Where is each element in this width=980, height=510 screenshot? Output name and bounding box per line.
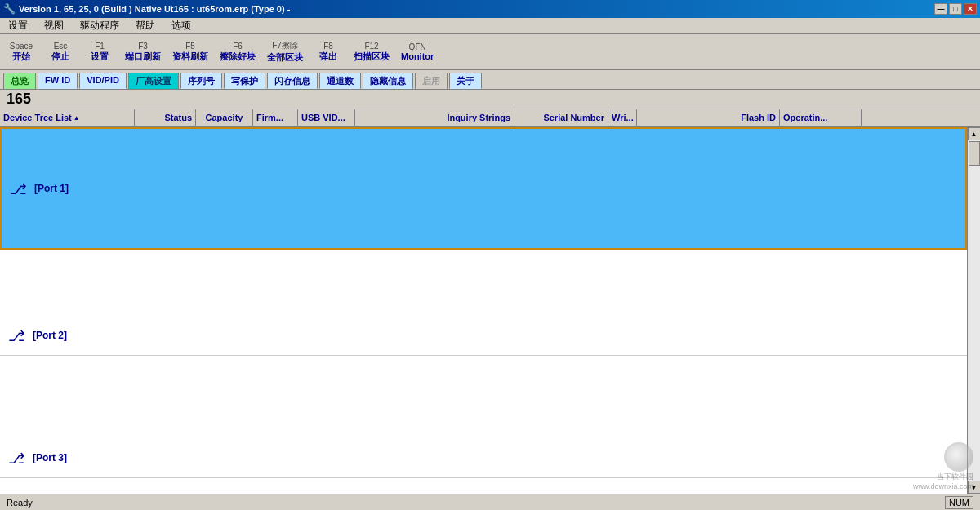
maximize-button[interactable]: □: [949, 3, 962, 15]
port1-content: [Port 1]: [34, 129, 965, 248]
toolbar-settings[interactable]: F1 设置: [82, 37, 118, 68]
svg-text:⎇: ⎇: [10, 181, 27, 197]
app-icon: 🔧: [3, 3, 16, 15]
sort-arrow-icon: ▲: [74, 114, 80, 122]
port2-content: [Port 2]: [33, 315, 967, 355]
col-header-device[interactable]: Device Tree List ▲: [0, 109, 135, 126]
toolbar-scan[interactable]: F12 扫描区块: [350, 37, 394, 68]
scroll-area: ⎇ [Port 1] ⎇ [Port 2]: [0, 127, 980, 494]
port1-usb-icon: ⎇: [2, 179, 34, 198]
scrollbar-thumb[interactable]: [969, 141, 980, 166]
tab-hidden[interactable]: 隐藏信息: [363, 73, 413, 89]
tab-factory[interactable]: 厂高设置: [128, 73, 179, 89]
col-header-inquiry[interactable]: Inquiry Strings: [355, 109, 514, 126]
tab-overview[interactable]: 总览: [3, 73, 36, 89]
status-text: Ready: [7, 498, 33, 508]
port-row-2[interactable]: ⎇ [Port 2]: [0, 315, 967, 356]
bottom-spacer: [0, 478, 967, 494]
port-row-1[interactable]: ⎇ [Port 1]: [0, 127, 967, 250]
device-list[interactable]: ⎇ [Port 1] ⎇ [Port 2]: [0, 127, 967, 494]
vertical-scrollbar[interactable]: ▲ ▼: [967, 127, 980, 494]
col-header-firm[interactable]: Firm...: [253, 109, 298, 126]
toolbar-eject[interactable]: F8 弹出: [310, 37, 346, 68]
tab-serial[interactable]: 序列号: [180, 73, 222, 89]
port2-label: [Port 2]: [33, 330, 67, 341]
minimize-button[interactable]: —: [934, 3, 947, 15]
toolbar-port-refresh[interactable]: F3 端口刷新: [121, 37, 165, 68]
tab-protect[interactable]: 写保护: [224, 73, 265, 89]
port3-usb-icon: ⎇: [0, 448, 33, 468]
port3-label: [Port 3]: [33, 452, 67, 463]
title-bar-controls: — □ ✕: [934, 3, 977, 15]
counter-bar: 165: [0, 90, 980, 109]
tab-enable[interactable]: 启用: [415, 73, 448, 89]
toolbar-erase-all[interactable]: F7擦除 全部区块: [263, 37, 307, 68]
toolbar-qfn[interactable]: QFN Monitor: [397, 37, 438, 68]
col-header-status[interactable]: Status: [135, 109, 196, 126]
num-indicator: NUM: [945, 496, 973, 509]
col-header-usbvid[interactable]: USB VID...: [298, 109, 355, 126]
col-header-capacity[interactable]: Capacity: [196, 109, 253, 126]
port-2-spacer: [0, 356, 967, 437]
menu-settings[interactable]: 设置: [3, 18, 33, 33]
scrollbar-track[interactable]: [968, 140, 980, 481]
toolbar-stop[interactable]: Esc 停止: [42, 37, 78, 68]
col-header-flashid[interactable]: Flash ID: [637, 109, 780, 126]
title-bar: 🔧 Version 1, 65, 25, 0 (Build ) Native U…: [0, 0, 980, 18]
menu-options[interactable]: 选项: [167, 18, 196, 33]
close-button[interactable]: ✕: [964, 3, 977, 15]
toolbar-data-refresh[interactable]: F5 资料刷新: [168, 37, 212, 68]
status-bar: Ready NUM: [0, 494, 980, 510]
menu-driver[interactable]: 驱动程序: [75, 18, 124, 33]
column-headers: Device Tree List ▲ Status Capacity Firm.…: [0, 109, 980, 127]
app-title: Version 1, 65, 25, 0 (Build ) Native Ut1…: [19, 4, 290, 14]
tab-fwid[interactable]: FW ID: [38, 73, 78, 89]
port2-usb-icon: ⎇: [0, 326, 33, 345]
col-header-operat[interactable]: Operatin...: [780, 109, 862, 126]
title-bar-title: 🔧 Version 1, 65, 25, 0 (Build ) Native U…: [3, 3, 290, 15]
port3-content: [Port 3]: [33, 437, 967, 477]
tab-channels[interactable]: 通道数: [319, 73, 361, 89]
counter-value: 165: [7, 91, 31, 108]
watermark: 当下软件园 www.downxia.com: [913, 442, 973, 490]
col-header-serial[interactable]: Serial Number: [514, 109, 608, 126]
tab-about[interactable]: 关于: [449, 73, 482, 89]
col-header-wri[interactable]: Wri...: [608, 109, 637, 126]
status-right: NUM: [945, 496, 973, 509]
watermark-logo: [944, 442, 973, 472]
tab-flash-info[interactable]: 闪存信息: [267, 73, 318, 89]
port1-label: [Port 1]: [34, 183, 69, 194]
menu-help[interactable]: 帮助: [131, 18, 160, 33]
port-1-spacer: [0, 250, 967, 315]
port-row-3[interactable]: ⎇ [Port 3]: [0, 437, 967, 478]
svg-text:⎇: ⎇: [8, 450, 25, 467]
toolbar-erase-good[interactable]: F6 擦除好块: [216, 37, 260, 68]
svg-text:⎇: ⎇: [8, 328, 25, 344]
tab-strip: 总览 FW ID VID/PID 厂高设置 序列号 写保护 闪存信息 通道数 隐…: [0, 70, 980, 90]
toolbar: Space 开始 Esc 停止 F1 设置 F3 端口刷新 F5 资料刷新 F6…: [0, 34, 980, 70]
tab-vidpid[interactable]: VID/PID: [79, 73, 127, 89]
toolbar-start[interactable]: Space 开始: [3, 37, 39, 68]
menu-bar: 设置 视图 驱动程序 帮助 选项: [0, 18, 980, 34]
menu-view[interactable]: 视图: [39, 18, 69, 33]
scroll-up-button[interactable]: ▲: [968, 127, 981, 140]
